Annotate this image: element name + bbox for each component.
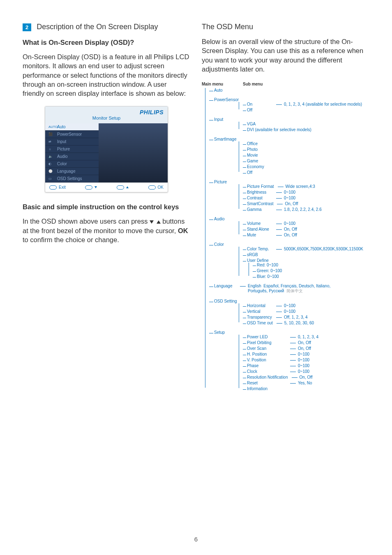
tree-main-item: OSD SettingHorizontal0~100Vertical0~100T…	[209, 299, 369, 325]
tree-sub-item: Contrast0~100	[243, 196, 369, 200]
osd-window-title: Monitor Setup	[49, 116, 164, 122]
subheading-basic: Basic and simple instruction on the cont…	[23, 203, 190, 211]
osd-right-panel	[99, 123, 168, 183]
osd-menu-item: AUTOAuto	[45, 123, 99, 131]
osd-menu-tree: Main menu Sub menu AutoPowerSensorOn0, 1…	[202, 82, 369, 391]
paragraph-osd-overview: Below is an overall view of the structur…	[202, 37, 369, 74]
section-title: Description of the On Screen Display	[37, 23, 158, 31]
tree-sub-item: VGA	[243, 122, 369, 126]
tree-sub-item: Gamma1.8, 2.0, 2.2, 2.4, 2.6	[243, 207, 369, 212]
tree-main-item: LanguageEnglish Español, Français, Deuts…	[209, 284, 369, 294]
section-heading: 2 Description of the On Screen Display	[23, 23, 190, 31]
tree-main-item: Auto	[209, 88, 369, 92]
tree-sub-item: Color Temp.5000K,6500K,7500K,8200K,9300K…	[243, 247, 369, 251]
osd-ok-key: OK	[148, 185, 164, 190]
tree-sub-item: Off	[243, 170, 369, 175]
tree-sub-item: SmartContrastOn, Off	[243, 201, 369, 206]
philips-logo: PHILIPS	[49, 109, 164, 116]
osd-menu-item: ▭OSD Settings	[45, 175, 99, 183]
tree-main-item: AudioVolume0~100Stand AloneOn, OffMuteOn…	[209, 217, 369, 237]
tree-sub-item: V. Position0~100	[243, 358, 369, 362]
tree-sub-item: Game	[243, 159, 369, 163]
tree-sub-item: Office	[243, 141, 369, 146]
osd-menu-item: ⬛PowerSensor	[45, 131, 99, 138]
tree-head-sub: Sub menu	[243, 82, 263, 86]
triangle-down-icon	[150, 220, 154, 224]
osd-menu-list: AUTOAuto⬛PowerSensor⇄Input☼Picture🔈Audio…	[45, 123, 99, 183]
tree-sub-item: Resolution NotificationOn, Off	[243, 375, 369, 379]
tree-sub-item: User DefineRed: 0~100Green: 0~100Blue: 0…	[243, 258, 369, 279]
osd-screenshot: PHILIPS Monitor Setup AUTOAuto⬛PowerSens…	[45, 106, 168, 192]
tree-sub-item: Brightness0~100	[243, 190, 369, 194]
tree-head-main: Main menu	[202, 82, 243, 86]
tree-main-item: PicturePicture FormatWide screen,4:3Brig…	[209, 180, 369, 212]
tree-sub-item: Vertical0~100	[243, 309, 369, 314]
tree-sub-item: Phase0~100	[243, 363, 369, 368]
tree-sub-item: Blue: 0~100	[253, 274, 369, 279]
osd-menu-item: 🔈Audio	[45, 153, 99, 160]
tree-sub-item: Horizontal0~100	[243, 303, 369, 308]
tree-main-item: SmartImageOfficePhotoMovieGameEconomyOff	[209, 137, 369, 175]
tree-sub-item: Information	[243, 386, 369, 391]
tree-sub-item: Pixel OrbitingOn, Off	[243, 340, 369, 345]
tree-main-item: InputVGADVI (available for selective mod…	[209, 117, 369, 132]
tree-sub-item: Green: 0~100	[253, 268, 369, 273]
tree-sub-item: Red: 0~100	[253, 263, 369, 267]
right-column: The OSD Menu Below is an overall view of…	[202, 23, 369, 396]
tree-sub-item: H. Position0~100	[243, 352, 369, 356]
osd-exit-key: Exit	[49, 185, 66, 190]
osd-menu-item: ◐Color	[45, 160, 99, 168]
triangle-up-icon	[157, 220, 161, 224]
tree-sub-item: Volume0~100	[243, 221, 369, 226]
tree-sub-item: Movie	[243, 153, 369, 157]
osd-menu-item: ☼Picture	[45, 146, 99, 153]
paragraph-control-keys: In the OSD shown above users can press b…	[23, 217, 190, 244]
subheading-what: What is On-Screen Display (OSD)?	[23, 39, 190, 46]
subheading-osd-menu: The OSD Menu	[202, 23, 369, 31]
tree-main-item: SetupPower LED0, 1, 2, 3, 4Pixel Orbitin…	[209, 330, 369, 391]
tree-sub-item: ResetYes, No	[243, 381, 369, 385]
osd-menu-item: ⇄Input	[45, 138, 99, 146]
tree-sub-item: DVI (available for selective models)	[243, 127, 369, 132]
tree-sub-item: Power LED0, 1, 2, 3, 4	[243, 335, 369, 339]
tree-sub-item: TransparencyOff, 1, 2, 3, 4	[243, 315, 369, 319]
tree-sub-item: Over ScanOn, Off	[243, 346, 369, 351]
tree-sub-item: Clock0~100	[243, 369, 369, 374]
tree-sub-item: MuteOn, Off	[243, 233, 369, 237]
tree-sub-item: sRGB	[243, 252, 369, 257]
tree-main-item: ColorColor Temp.5000K,6500K,7500K,8200K,…	[209, 242, 369, 279]
tree-sub-item: Economy	[243, 164, 369, 169]
tree-sub-item: Off	[243, 108, 369, 112]
tree-sub-item: OSD Time out5, 10, 20, 30, 60	[243, 321, 369, 325]
page-number: 6	[0, 536, 392, 543]
osd-down-key	[85, 185, 97, 190]
ok-text: OK	[178, 227, 188, 234]
osd-up-key	[117, 185, 129, 190]
left-column: 2 Description of the On Screen Display W…	[23, 23, 190, 396]
tree-sub-item: Stand AloneOn, Off	[243, 227, 369, 231]
osd-menu-item: ⚪Language	[45, 168, 99, 175]
paragraph-osd-intro: On-Screen Display (OSD) is a feature in …	[23, 52, 190, 98]
section-number-badge: 2	[23, 23, 31, 31]
tree-sub-item: Picture FormatWide screen,4:3	[243, 184, 369, 189]
tree-sub-item: Photo	[243, 147, 369, 152]
tree-sub-item: On0, 1, 2, 3, 4 (available for selective…	[243, 102, 369, 106]
tree-main-item: PowerSensorOn0, 1, 2, 3, 4 (available fo…	[209, 97, 369, 112]
